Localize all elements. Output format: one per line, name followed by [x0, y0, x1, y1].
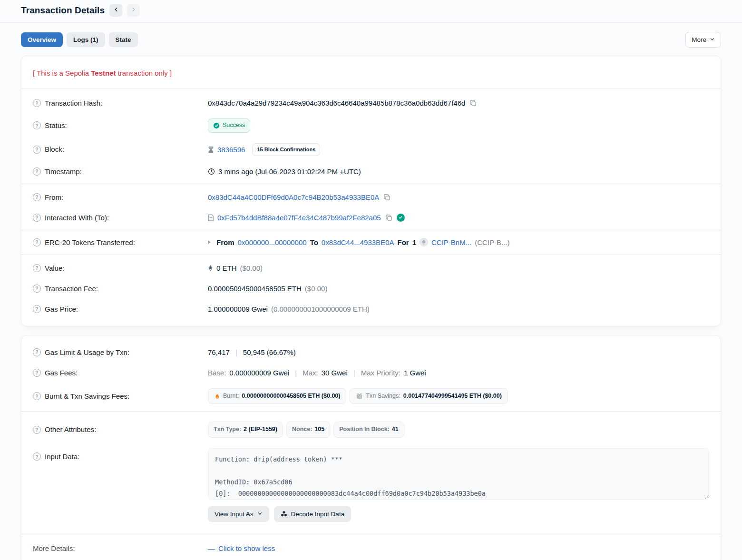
- burnt-savings-row: ? Burnt & Txn Savings Fees: Burnt: 0.000…: [33, 383, 709, 410]
- gas-limit-row: ? Gas Limit & Usage by Txn: 76,417 | 50,…: [33, 342, 709, 363]
- view-input-as-button[interactable]: View Input As: [208, 506, 269, 522]
- gas-limit-label: Gas Limit & Usage by Txn:: [45, 348, 129, 357]
- transfer-from-address-link[interactable]: 0x000000...00000000: [238, 237, 307, 247]
- chevron-left-icon: [113, 7, 119, 14]
- block-number-link[interactable]: 3836596: [217, 145, 245, 155]
- gas-price-row: ? Gas Price: 1.000000009 Gwei (0.0000000…: [33, 299, 709, 319]
- decode-input-data-button[interactable]: Decode Input Data: [274, 506, 351, 522]
- gas-fees-label: Gas Fees:: [45, 368, 78, 378]
- nonce-value: 105: [314, 425, 324, 434]
- more-dropdown-button[interactable]: More: [685, 32, 721, 48]
- max-fee-value: 30 Gwei: [322, 368, 348, 378]
- help-icon[interactable]: ?: [33, 305, 41, 313]
- ethereum-icon: [208, 265, 213, 272]
- value-eth: 0 ETH: [216, 263, 237, 273]
- page-title: Transaction Details: [21, 5, 105, 16]
- tab-overview[interactable]: Overview: [21, 32, 63, 47]
- value-label: Value:: [45, 264, 64, 273]
- help-icon[interactable]: ?: [33, 285, 41, 293]
- tab-logs[interactable]: Logs (1): [67, 32, 105, 47]
- section-divider: [21, 88, 721, 89]
- row-label: ? Other Attributes:: [33, 425, 208, 434]
- max-fee-label: Max:: [303, 368, 318, 378]
- help-icon[interactable]: ?: [33, 452, 41, 461]
- clock-icon: [208, 168, 215, 175]
- help-icon[interactable]: ?: [33, 426, 41, 434]
- transfer-amount: 1: [412, 237, 416, 247]
- chevron-down-icon: [257, 511, 263, 518]
- token-name-link[interactable]: CCIP-BnM...: [431, 237, 471, 247]
- timestamp-value: 3 mins ago (Jul-06-2023 01:02:24 PM +UTC…: [218, 167, 361, 177]
- transfer-to-address-link[interactable]: 0x83dC44...4933BE0A: [322, 237, 394, 247]
- help-icon[interactable]: ?: [33, 348, 41, 356]
- timestamp-row: ? Timestamp: 3 mins ago (Jul-06-2023 01:…: [33, 161, 709, 182]
- copy-icon[interactable]: [382, 194, 391, 201]
- value-row: ? Value: 0 ETH ($0.00): [33, 258, 709, 278]
- verified-check-icon: [397, 214, 405, 222]
- gas-price-eth: (0.000000001000000009 ETH): [271, 304, 370, 314]
- help-icon[interactable]: ?: [33, 167, 41, 176]
- txn-type-value: 2 (EIP-1559): [244, 425, 277, 434]
- help-icon[interactable]: ?: [33, 121, 41, 129]
- other-attributes-label: Other Attributes:: [45, 425, 96, 434]
- flame-icon: [214, 393, 220, 400]
- row-label: ? Gas Limit & Usage by Txn:: [33, 348, 208, 357]
- tab-state[interactable]: State: [109, 32, 138, 47]
- transaction-fee-eth: 0.000050945000458505 ETH: [208, 284, 302, 294]
- contract-file-icon: [208, 214, 214, 221]
- cubes-icon: [281, 511, 287, 517]
- row-label: ? Gas Fees:: [33, 368, 208, 378]
- show-less-link[interactable]: — Click to show less: [208, 543, 275, 553]
- row-label: ? Block:: [33, 145, 208, 154]
- help-icon[interactable]: ?: [33, 264, 41, 272]
- help-icon[interactable]: ?: [33, 238, 41, 246]
- help-icon[interactable]: ?: [33, 99, 41, 107]
- help-icon[interactable]: ?: [33, 146, 41, 154]
- from-row: ? From: 0x83dC44a4C00DFf69d0A0c7c94B20b5…: [33, 187, 709, 207]
- token-symbol-text: (CCIP-B...): [475, 237, 509, 247]
- section-divider: [21, 255, 721, 255]
- row-label: ? Burnt & Txn Savings Fees:: [33, 392, 208, 401]
- nonce-label: Nonce:: [292, 425, 312, 434]
- transfer-for-label: For: [397, 237, 409, 247]
- transaction-fee-row: ? Transaction Fee: 0.000050945000458505 …: [33, 278, 709, 299]
- transaction-fee-usd: ($0.00): [305, 284, 328, 294]
- previous-transaction-button[interactable]: [109, 4, 122, 17]
- from-address-link[interactable]: 0x83dC44a4C00DFf69d0A0c7c94B20b53a4933BE…: [208, 192, 379, 202]
- row-label: ? Input Data:: [33, 448, 208, 462]
- position-in-block-label: Position In Block:: [339, 425, 390, 434]
- row-label: ? ERC-20 Tokens Transferred:: [33, 238, 208, 247]
- row-label: ? From:: [33, 193, 208, 202]
- copy-icon[interactable]: [469, 99, 478, 107]
- show-less-label: Click to show less: [218, 543, 275, 553]
- status-label: Status:: [45, 121, 67, 130]
- tab-bar: Overview Logs (1) State More: [21, 32, 721, 48]
- help-icon[interactable]: ?: [33, 369, 41, 377]
- input-data-textarea[interactable]: Function: drip(address token) *** Method…: [208, 448, 709, 500]
- help-icon[interactable]: ?: [33, 392, 41, 400]
- gas-price-label: Gas Price:: [45, 305, 78, 314]
- block-row: ? Block: 3836596 15 Block Confirmations: [33, 138, 709, 161]
- pipe-separator: |: [351, 368, 358, 378]
- pipe-separator: |: [233, 347, 240, 357]
- pipe-separator: |: [293, 368, 299, 378]
- to-address-link[interactable]: 0xFd57b4ddBf88a4e07fF4e34C487b99af2Fe82a…: [217, 213, 381, 223]
- interacted-with-label: Interacted With (To):: [45, 213, 109, 223]
- row-label: ? Interacted With (To):: [33, 213, 208, 223]
- position-in-block-badge: Position In Block: 41: [333, 422, 404, 438]
- timestamp-label: Timestamp:: [45, 167, 82, 177]
- burnt-fee-badge: Burnt: 0.000000000000458505 ETH ($0.00): [208, 388, 346, 404]
- header-divider: [0, 22, 742, 23]
- transaction-hash-row: ? Transaction Hash: 0x843dc70a4a29d79234…: [33, 93, 709, 113]
- txn-savings-label: Txn Savings:: [366, 392, 400, 401]
- burnt-savings-label: Burnt & Txn Savings Fees:: [45, 392, 129, 401]
- caret-right-icon: [208, 240, 211, 244]
- copy-icon[interactable]: [384, 214, 393, 221]
- help-icon[interactable]: ?: [33, 193, 41, 201]
- next-transaction-button[interactable]: [127, 4, 140, 17]
- help-icon[interactable]: ?: [33, 214, 41, 222]
- txn-savings-badge: Txn Savings: 0.001477404999541495 ETH ($…: [350, 388, 508, 404]
- section-divider: [21, 411, 721, 412]
- overview-card: [ This is a Sepolia Testnet transaction …: [21, 56, 721, 326]
- nonce-badge: Nonce: 105: [286, 422, 330, 438]
